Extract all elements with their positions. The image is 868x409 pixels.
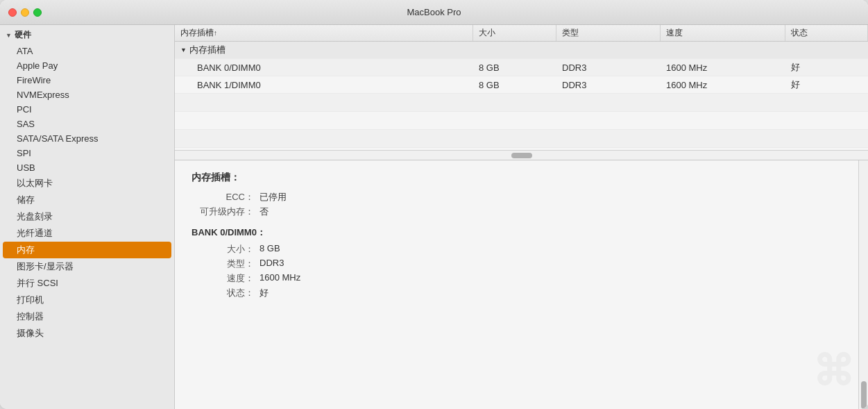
sidebar-item-nvmexpress[interactable]: NVMExpress — [0, 87, 174, 102]
watermark: ⌘ — [812, 347, 854, 395]
bank0-type-value: DDR3 — [259, 258, 284, 270]
scrollbar-thumb[interactable] — [511, 153, 532, 158]
content-area: ▼ 硬件 ATA Apple Pay FireWire NVMExpress P… — [0, 25, 868, 409]
table-row-empty — [175, 130, 868, 148]
group-header-label: ▼ 内存插槽 — [175, 42, 473, 58]
col-header-size[interactable]: 大小 — [473, 25, 556, 41]
table-row-empty — [175, 112, 868, 130]
row2-name: BANK 1/DIMM0 — [175, 78, 473, 92]
sidebar-item-graphics[interactable]: 图形卡/显示器 — [0, 258, 174, 275]
col-header-type[interactable]: 类型 — [556, 25, 661, 41]
traffic-lights — [8, 8, 42, 17]
sidebar-section-label: 硬件 — [15, 29, 31, 41]
sidebar-item-optical[interactable]: 光盘刻录 — [0, 208, 174, 225]
sidebar-item-applepay[interactable]: Apple Pay — [0, 58, 174, 73]
upgradeable-label: 可升级内存： — [192, 206, 254, 218]
sidebar-item-firewire[interactable]: FireWire — [0, 73, 174, 87]
table-body: ▼ 内存插槽 BANK 0/DIMM0 8 GB DDR3 1600 MHz — [175, 42, 868, 151]
sidebar-item-parallelscsi[interactable]: 并行 SCSI — [0, 275, 174, 292]
sidebar-item-camera[interactable]: 摄像头 — [0, 325, 174, 342]
table-row[interactable]: BANK 0/DIMM0 8 GB DDR3 1600 MHz 好 — [175, 59, 868, 76]
detail-row-upgradeable: 可升级内存： 否 — [192, 206, 851, 218]
scrollbar-v-thumb[interactable] — [861, 381, 867, 409]
col-header-status[interactable]: 状态 — [785, 25, 868, 41]
bank0-speed-value: 1600 MHz — [259, 272, 300, 285]
table-header: 内存插槽 大小 类型 速度 状态 — [175, 25, 868, 42]
col-header-name[interactable]: 内存插槽 — [175, 25, 473, 41]
table-row-empty — [175, 94, 868, 112]
sidebar-item-memory[interactable]: 内存 — [3, 242, 171, 258]
bank0-speed-label: 速度： — [192, 272, 254, 285]
main-panel: 内存插槽 大小 类型 速度 状态 ▼ 内存插槽 — [175, 25, 868, 409]
bank0-status-value: 好 — [259, 287, 269, 299]
bank0-status-label: 状态： — [192, 287, 254, 299]
row2-size: 8 GB — [473, 78, 556, 92]
sidebar-item-usb[interactable]: USB — [0, 160, 174, 175]
col-header-speed[interactable]: 速度 — [661, 25, 785, 41]
horizontal-scrollbar[interactable] — [175, 150, 868, 160]
maximize-button[interactable] — [33, 8, 42, 17]
bank0-size-value: 8 GB — [259, 243, 280, 256]
bank0-type-label: 类型： — [192, 258, 254, 270]
detail-area: 内存插槽： ECC： 已停用 可升级内存： 否 BANK 0/DIMM0： 大小… — [175, 160, 868, 409]
sidebar: ▼ 硬件 ATA Apple Pay FireWire NVMExpress P… — [0, 25, 175, 409]
sidebar-item-spi[interactable]: SPI — [0, 146, 174, 160]
row1-name: BANK 0/DIMM0 — [175, 60, 473, 75]
minimize-button[interactable] — [21, 8, 29, 17]
ecc-label: ECC： — [192, 191, 254, 203]
sidebar-item-controller[interactable]: 控制器 — [0, 308, 174, 325]
row1-size: 8 GB — [473, 60, 556, 75]
row2-status: 好 — [785, 76, 868, 93]
bank0-section: BANK 0/DIMM0： 大小： 8 GB 类型： DDR3 速度： 1600… — [192, 226, 851, 299]
bank0-type-row: 类型： DDR3 — [192, 258, 851, 270]
triangle-icon: ▼ — [6, 32, 12, 39]
bank0-size-row: 大小： 8 GB — [192, 243, 851, 256]
sidebar-item-pci[interactable]: PCI — [0, 102, 174, 117]
window-title: MacBook Pro — [407, 7, 461, 17]
row1-status: 好 — [785, 59, 868, 76]
row1-type: DDR3 — [556, 60, 661, 75]
group-triangle-icon: ▼ — [180, 47, 187, 53]
sidebar-item-sata[interactable]: SATA/SATA Express — [0, 131, 174, 146]
sidebar-item-ata[interactable]: ATA — [0, 44, 174, 58]
detail-row-ecc: ECC： 已停用 — [192, 191, 851, 203]
upgradeable-value: 否 — [259, 206, 269, 218]
row1-speed: 1600 MHz — [661, 60, 785, 75]
bank0-size-label: 大小： — [192, 243, 254, 256]
window: MacBook Pro ▼ 硬件 ATA Apple Pay FireWire … — [0, 0, 868, 409]
table-group-header[interactable]: ▼ 内存插槽 — [175, 42, 868, 59]
row2-type: DDR3 — [556, 78, 661, 92]
titlebar: MacBook Pro — [0, 0, 868, 25]
sidebar-section-hardware: ▼ 硬件 — [0, 25, 174, 44]
bank0-title: BANK 0/DIMM0： — [192, 226, 851, 239]
sidebar-item-ethernet[interactable]: 以太网卡 — [0, 175, 174, 192]
vertical-scrollbar[interactable] — [858, 160, 868, 409]
detail-title: 内存插槽： — [192, 172, 851, 184]
table-row[interactable]: BANK 1/DIMM0 8 GB DDR3 1600 MHz 好 — [175, 76, 868, 94]
bank0-speed-row: 速度： 1600 MHz — [192, 272, 851, 285]
sidebar-item-printer[interactable]: 打印机 — [0, 292, 174, 308]
sidebar-item-sas[interactable]: SAS — [0, 117, 174, 131]
sidebar-item-fiber[interactable]: 光纤通道 — [0, 225, 174, 242]
ecc-value: 已停用 — [259, 191, 287, 203]
bank0-status-row: 状态： 好 — [192, 287, 851, 299]
close-button[interactable] — [8, 8, 17, 17]
sidebar-item-storage[interactable]: 储存 — [0, 192, 174, 208]
row2-speed: 1600 MHz — [661, 78, 785, 92]
table-area: 内存插槽 大小 类型 速度 状态 ▼ 内存插槽 — [175, 25, 868, 160]
